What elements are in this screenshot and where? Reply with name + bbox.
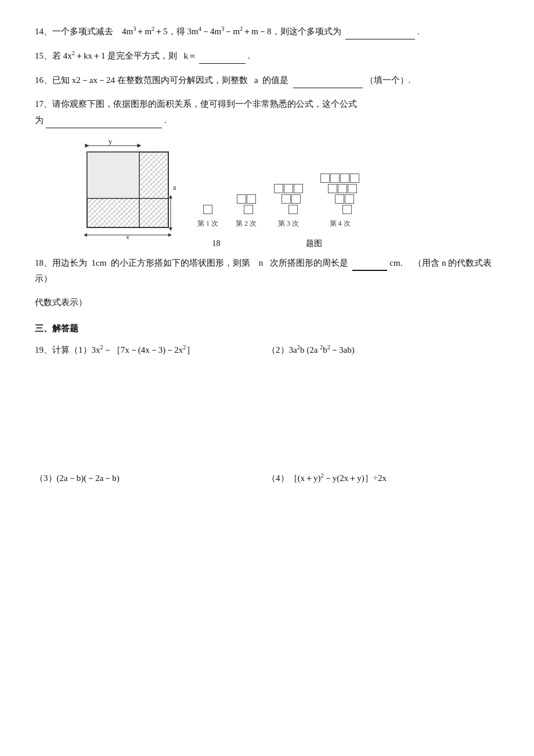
- block-figures: 第 1 次 第 2 次: [197, 173, 359, 230]
- block-row: [244, 205, 253, 214]
- block-label-4: 第 4 次: [330, 218, 351, 230]
- block: [350, 173, 359, 183]
- block-row: [320, 173, 359, 183]
- block-set-3: 第 3 次: [274, 184, 303, 230]
- p17-answer-blank: [46, 112, 162, 128]
- section-3-title: 三、解答题: [35, 321, 499, 337]
- p19-4-col: （4）［(x＋y)2－y(2x＋y)］÷2x: [267, 471, 499, 486]
- p14-text: 14、一个多项式减去 4m3＋m2＋5，得 3m4－4m3－m2＋m－8，则这个…: [35, 27, 420, 36]
- figures-area: y x a 第 1 次: [70, 138, 499, 230]
- p14-answer-blank: [345, 23, 415, 39]
- p15-answer-blank: [199, 48, 246, 64]
- block-row: [342, 205, 352, 214]
- svg-marker-13: [84, 233, 87, 237]
- problem-19-34: （3）(2a－b)(－2a－b) （4）［(x＋y)2－y(2x＋y)］÷2x: [35, 471, 499, 486]
- block: [340, 173, 349, 183]
- block: [342, 205, 352, 214]
- block: [328, 184, 337, 193]
- p19-col-left: 19、计算（1）3x2－［7x－(4x－3)－2x2］: [35, 342, 267, 358]
- block: [288, 205, 298, 214]
- block: [338, 184, 347, 193]
- block-label-2: 第 2 次: [236, 218, 257, 230]
- block: [348, 184, 357, 193]
- block: [237, 194, 246, 204]
- p16-answer-blank: [293, 72, 363, 88]
- block: [320, 173, 330, 183]
- block: [282, 194, 291, 204]
- problem-14: 14、一个多项式减去 4m3＋m2＋5，得 3m4－4m3－m2＋m－8，则这个…: [35, 23, 499, 39]
- problem-19: 19、计算（1）3x2－［7x－(4x－3)－2x2］ （2）3a2b (2a …: [35, 342, 499, 358]
- block-label-1: 第 1 次: [197, 218, 218, 230]
- svg-rect-3: [87, 152, 139, 198]
- problem-15: 15、若 4x2＋kx＋1 是完全平方式，则 k＝ .: [35, 48, 499, 64]
- block-row: [237, 194, 256, 204]
- svg-text:y: y: [109, 138, 113, 146]
- svg-text:a: a: [173, 183, 176, 191]
- block-row: [288, 205, 298, 214]
- block: [274, 184, 283, 193]
- svg-text:x: x: [126, 233, 130, 239]
- svg-rect-7: [139, 152, 168, 227]
- block-row: [282, 194, 301, 204]
- block-label-3: 第 3 次: [278, 218, 299, 230]
- square-diagram: y x a: [70, 138, 174, 230]
- block: [247, 194, 256, 204]
- p19-col-right: （2）3a2b (2a 2b2－3ab): [267, 342, 499, 358]
- svg-marker-19: [169, 227, 172, 231]
- p19-row2: （3）(2a－b)(－2a－b) （4）［(x＋y)2－y(2x＋y)］÷2x: [35, 471, 499, 486]
- p19-row1: 19、计算（1）3x2－［7x－(4x－3)－2x2］ （2）3a2b (2a …: [35, 342, 499, 358]
- svg-marker-18: [169, 195, 172, 198]
- block-row: [203, 205, 212, 214]
- block: [284, 184, 293, 193]
- problem-16: 16、已知 x2－ax－24 在整数范围内可分解因式，则整数 a 的值是 （填一…: [35, 72, 499, 88]
- block: [294, 184, 303, 193]
- svg-marker-14: [168, 233, 172, 237]
- block: [330, 173, 340, 183]
- answer-space-p19-1-2: [35, 366, 499, 471]
- problem-18-note: 代数式表示）: [35, 295, 499, 310]
- svg-rect-5: [87, 198, 139, 227]
- block: [345, 194, 354, 204]
- p19-3-col: （3）(2a－b)(－2a－b): [35, 471, 267, 486]
- block-row: [335, 194, 354, 204]
- block-set-2: 第 2 次: [236, 194, 257, 230]
- block: [244, 205, 253, 214]
- block: [335, 194, 344, 204]
- block-set-1: 第 1 次: [197, 205, 218, 230]
- block: [203, 205, 212, 214]
- square-svg: y x a: [70, 138, 180, 239]
- block: [291, 194, 301, 204]
- problem-18: 18、用边长为 1cm 的小正方形搭如下的塔状图形，则第 n 次所搭图形的周长是…: [35, 254, 499, 287]
- p18-answer-blank: [352, 254, 387, 271]
- block-row: [274, 184, 303, 193]
- block-row: [328, 184, 357, 193]
- answer-space-p19-3-4: [35, 494, 499, 657]
- problem-17: 17、请你观察下图，依据图形的面积关系，使可得到一个非常熟悉的公式，这个公式 为…: [35, 96, 499, 128]
- block-set-4: 第 4 次: [320, 173, 359, 230]
